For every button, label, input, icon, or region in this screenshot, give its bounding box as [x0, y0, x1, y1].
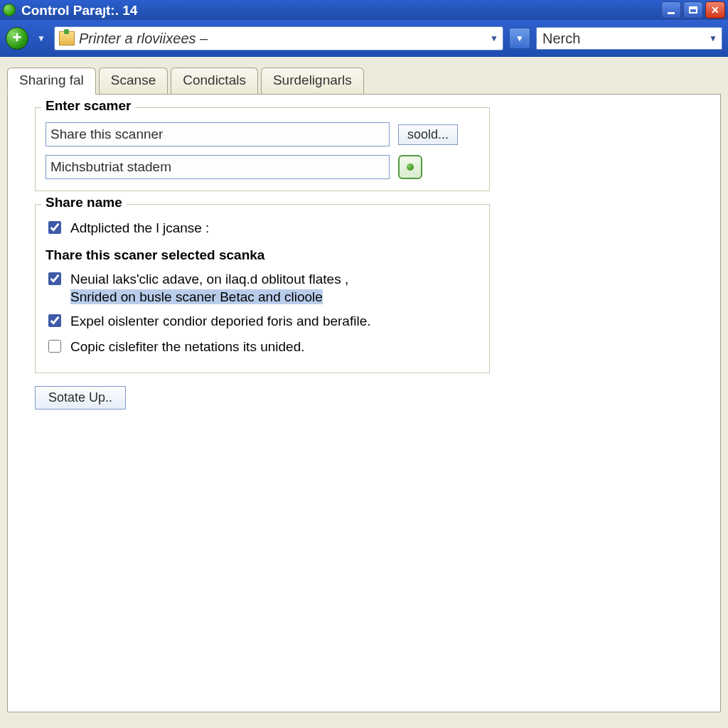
folder-icon — [59, 31, 75, 46]
sotate-up-button[interactable]: Sotate Up.. — [35, 386, 126, 410]
tab-sharing[interactable]: Sharing fal — [7, 68, 96, 95]
tab-panel-sharing: Enter scamer soold... Share name Adtplic… — [7, 94, 721, 712]
group-enter-scanner: Enter scamer soold... — [35, 107, 490, 191]
tab-label: Sharing fal — [19, 73, 84, 87]
maximize-icon — [689, 6, 697, 14]
checkbox-copic[interactable] — [48, 340, 61, 353]
sub-legend: Thare this scaner selected scanka — [46, 247, 479, 263]
address-combo[interactable]: Printer a rloviixees – ▼ — [54, 26, 503, 50]
close-button[interactable] — [705, 1, 725, 18]
toolbar: + ▼ Printer a rloviixees – ▼ ▼ Nerch ▼ — [0, 20, 728, 57]
group-legend: Share name — [41, 195, 127, 210]
group-legend: Enter scamer — [41, 98, 135, 114]
search-combo[interactable]: Nerch ▼ — [536, 27, 722, 50]
soold-button[interactable]: soold... — [398, 124, 458, 145]
chevron-down-icon: ▼ — [705, 33, 722, 43]
checkbox-label: Adtplicted the l jcanse : — [70, 219, 209, 237]
highlighted-text: Snrided on busle scaner Betac and cliool… — [70, 289, 323, 304]
maximize-button[interactable] — [683, 1, 703, 18]
add-dropdown-caret[interactable]: ▼ — [34, 28, 48, 49]
tab-condictals[interactable]: Condictals — [171, 68, 258, 94]
checkbox-label: Expel oislenter condior deporied foris a… — [70, 312, 370, 331]
tab-label: Scanse — [111, 73, 156, 87]
chevron-down-icon: ▼ — [486, 27, 503, 50]
tabstrip: Sharing fal Scanse Condictals Surdeligna… — [0, 57, 728, 94]
scanner-icon-button[interactable] — [398, 155, 422, 179]
tab-label: Surdelignarls — [273, 73, 352, 87]
app-icon — [3, 4, 16, 16]
address-combo-text: Printer a rloviixees – — [79, 31, 486, 47]
checkbox-label: Copic cislefiter the netations its unide… — [70, 338, 305, 356]
minimize-icon — [668, 12, 675, 14]
tab-surdelignarls[interactable]: Surdelignarls — [261, 68, 364, 94]
scanner-icon — [407, 164, 414, 171]
secondary-input[interactable] — [46, 155, 390, 179]
go-button[interactable]: ▼ — [509, 28, 530, 49]
search-text: Nerch — [537, 31, 705, 47]
share-scanner-input[interactable] — [46, 122, 390, 146]
checkbox-adtplicted[interactable] — [48, 221, 61, 234]
plus-icon: + — [13, 28, 22, 47]
window-title: Control Paraȷt:. 14 — [21, 2, 137, 18]
tab-scanse[interactable]: Scanse — [99, 68, 168, 94]
add-button[interactable]: + — [6, 27, 28, 50]
minimize-button[interactable] — [661, 1, 681, 18]
checkbox-label: Neuial laks'clic adave, on ilaq.d oblito… — [70, 270, 348, 306]
checkbox-neuial[interactable] — [48, 272, 61, 285]
close-icon — [711, 4, 719, 16]
titlebar: Control Paraȷt:. 14 — [0, 0, 728, 20]
group-share-name: Share name Adtplicted the l jcanse : Tha… — [35, 204, 490, 373]
checkbox-expel[interactable] — [48, 314, 61, 327]
tab-label: Condictals — [183, 73, 246, 87]
